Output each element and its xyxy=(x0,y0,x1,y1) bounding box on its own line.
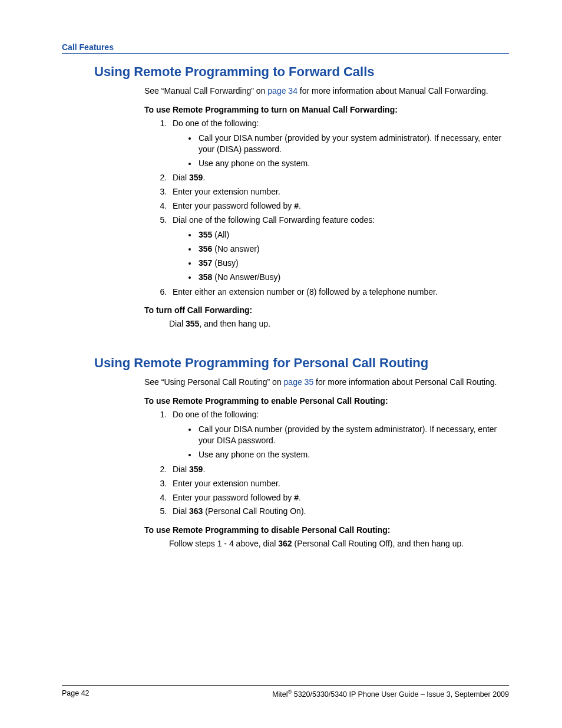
step1-bullet-2: Use any phone on the system. xyxy=(197,449,503,460)
link-page-34[interactable]: page 34 xyxy=(267,86,297,95)
running-header: Call Features xyxy=(62,42,509,53)
step5-bullets: 355 (All) 356 (No answer) 357 (Busy) 358… xyxy=(173,229,503,283)
step-2: Dial 359. xyxy=(169,464,503,475)
section2-intro: See “Using Personal Call Routing” on pag… xyxy=(144,377,503,388)
footer-doc-title: Mitel® 5320/5330/5340 IP Phone User Guid… xyxy=(272,689,509,699)
step1-bullet-1: Call your DISA number (provided by the s… xyxy=(197,424,503,446)
footer-page-number: Page 42 xyxy=(62,689,90,699)
heading-personal-call-routing: Using Remote Programming for Personal Ca… xyxy=(94,355,509,371)
proc1-title: To use Remote Programming to turn on Man… xyxy=(144,105,503,114)
section1-intro: See “Manual Call Forwarding” on page 34 … xyxy=(144,85,503,97)
step1-bullets-2: Call your DISA number (provided by the s… xyxy=(173,424,503,460)
step1-bullets: Call your DISA number (provided by your … xyxy=(173,133,503,169)
proc2-title: To turn off Call Forwarding: xyxy=(144,305,503,315)
step-3: Enter your extension number. xyxy=(169,478,503,489)
section1-body: See “Manual Call Forwarding” on page 34 … xyxy=(144,85,503,330)
proc2-title-2: To use Remote Programming to disable Per… xyxy=(144,525,503,535)
link-page-35[interactable]: page 35 xyxy=(284,377,314,387)
footer-rule xyxy=(62,685,509,686)
step1-bullet-2: Use any phone on the system. xyxy=(197,158,503,169)
document-page: Call Features Using Remote Programming t… xyxy=(0,0,562,728)
step5-bullet-4: 358 (No Answer/Busy) xyxy=(197,272,503,283)
step-1: Do one of the following: Call your DISA … xyxy=(169,118,503,169)
step-1: Do one of the following: Call your DISA … xyxy=(169,409,503,460)
section2-body: See “Using Personal Call Routing” on pag… xyxy=(144,377,503,549)
step-5: Dial 363 (Personal Call Routing On). xyxy=(169,506,503,517)
header-rule xyxy=(62,53,509,54)
page-footer: Page 42 Mitel® 5320/5330/5340 IP Phone U… xyxy=(62,685,509,699)
step5-bullet-2: 356 (No answer) xyxy=(197,243,503,255)
step-4: Enter your password followed by #. xyxy=(169,200,503,212)
proc2-body-2: Follow steps 1 - 4 above, dial 362 (Pers… xyxy=(169,538,503,549)
step-4: Enter your password followed by #. xyxy=(169,492,503,503)
proc1-title-2: To use Remote Programming to enable Pers… xyxy=(144,396,503,406)
heading-forward-calls: Using Remote Programming to Forward Call… xyxy=(94,64,509,80)
step1-bullet-1: Call your DISA number (provided by your … xyxy=(197,133,503,155)
proc1-steps: Do one of the following: Call your DISA … xyxy=(144,118,503,298)
proc2-body: Dial 355, and then hang up. xyxy=(169,318,503,330)
step-5: Dial one of the following Call Forwardin… xyxy=(169,215,503,282)
step-6: Enter either an extension number or (8) … xyxy=(169,286,503,298)
step5-bullet-1: 355 (All) xyxy=(197,229,503,241)
proc1-steps-2: Do one of the following: Call your DISA … xyxy=(144,409,503,517)
step-2: Dial 359. xyxy=(169,172,503,183)
step-3: Enter your extension number. xyxy=(169,186,503,197)
step5-bullet-3: 357 (Busy) xyxy=(197,258,503,269)
